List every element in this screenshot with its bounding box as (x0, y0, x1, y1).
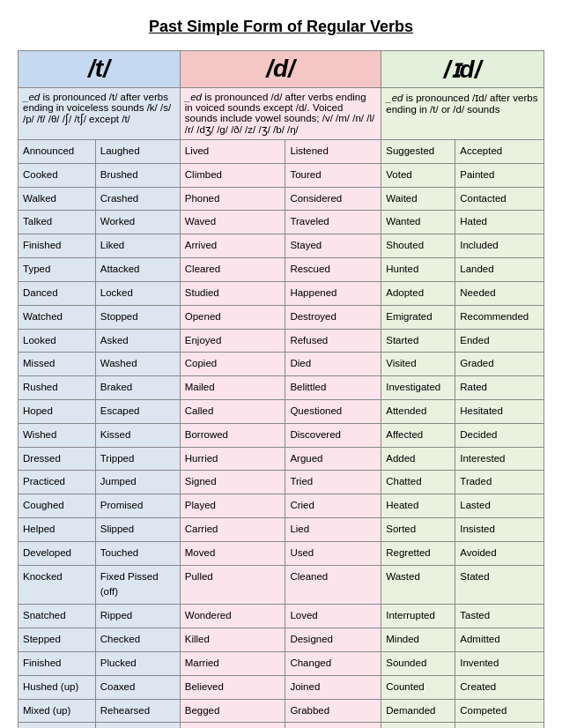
word-cell: Attacked (95, 258, 180, 282)
word-cell: Rehearsed (95, 699, 180, 723)
word-cell: Carried (180, 518, 285, 542)
word-cell: Sorted (381, 518, 455, 542)
word-cell: Belittled (285, 376, 381, 400)
word-cell: Jumped (95, 471, 180, 494)
word-cell: Used (285, 541, 381, 565)
header-d: /d/ (180, 51, 381, 88)
word-cell: Suggested (381, 140, 455, 164)
word-cell: Liked (95, 234, 180, 258)
word-cell: Laughed (95, 140, 180, 164)
word-cell: Slipped (95, 518, 180, 542)
word-cell: Rescued (285, 258, 381, 282)
word-cell: Mixed (up) (18, 699, 96, 723)
word-cell: Recommended (455, 305, 544, 329)
word-cell: Missed (18, 353, 96, 376)
word-cell: Started (381, 329, 455, 353)
word-cell: Plucked (95, 651, 180, 675)
word-cell: Destroyed (285, 305, 381, 329)
word-cell: Needed (455, 281, 544, 305)
word-cell: Died (285, 353, 381, 376)
word-cell: Finished (18, 651, 96, 675)
word-cell: Touched (95, 541, 180, 565)
word-cell: Washed (95, 353, 180, 376)
desc-t: _ed is pronounced /t/ after verbs ending… (18, 88, 181, 140)
word-cell: Hesitated (455, 399, 544, 423)
word-cell: Fixed Pissed (off) (95, 565, 180, 605)
word-cell: Killed (180, 628, 285, 652)
word-cell: Argued (285, 447, 381, 471)
word-cell: Tasted (455, 605, 544, 628)
word-cell: Knocked (18, 565, 96, 605)
word-cell: Announced (18, 140, 96, 164)
word-cell: Visited (381, 353, 455, 376)
word-cell: Shouted (381, 234, 455, 258)
word-cell: Hoped (18, 399, 96, 423)
desc-d: _ed is pronounced /d/ after verbs ending… (180, 88, 381, 140)
word-cell: Loved (285, 605, 381, 628)
word-cell: Studied (180, 281, 285, 305)
word-cell: Copied (180, 353, 285, 376)
word-cell: Added (381, 447, 455, 471)
word-cell: Cried (285, 494, 381, 518)
word-cell: Believed (180, 675, 285, 699)
word-cell: Questioned (285, 399, 381, 423)
word-cell: Kissed (95, 423, 180, 447)
word-cell: Tripped (95, 447, 180, 471)
word-cell: Adopted (381, 281, 455, 305)
word-cell: Avoided (455, 541, 544, 565)
word-cell: Strutted (381, 723, 455, 728)
word-cell: Called (180, 399, 285, 423)
word-cell: Hated (455, 211, 544, 234)
word-cell: Snatched (18, 605, 96, 628)
word-cell: Created (455, 675, 544, 699)
word-cell: Painted (455, 163, 544, 187)
word-cell: Competed (455, 699, 544, 723)
main-table: /t//d//ɪd/ _ed is pronounced /t/ after v… (18, 50, 544, 728)
word-cell: Ripped (95, 605, 180, 628)
word-cell: Practiced (18, 471, 96, 494)
word-cell: Joined (285, 675, 381, 699)
word-cell: Landed (455, 258, 544, 282)
word-cell: Invented (455, 651, 544, 675)
word-cell: Considered (285, 187, 381, 211)
word-cell: Coaxed (95, 675, 180, 699)
word-cell: Borrowed (180, 423, 285, 447)
word-cell: Braked (95, 376, 180, 400)
word-cell: Dressed (18, 447, 96, 471)
word-cell: Included (455, 234, 544, 258)
word-cell: Accepted (455, 140, 544, 164)
word-cell: Enjoyed (180, 329, 285, 353)
word-cell: Stayed (285, 234, 381, 258)
word-cell: Played (180, 494, 285, 518)
word-cell: Demanded (381, 699, 455, 723)
word-cell: Decided (455, 423, 544, 447)
word-cell: Phoned (180, 187, 285, 211)
word-cell: Hushed (up) (18, 675, 96, 699)
word-cell: Attended (381, 399, 455, 423)
word-cell: Typed (18, 258, 96, 282)
word-cell: Looked (18, 329, 96, 353)
header-t: /t/ (18, 51, 181, 88)
word-cell: Chatted (381, 471, 455, 494)
word-cell: Moved (180, 541, 285, 565)
word-cell: Heated (381, 494, 455, 518)
word-cell: Helped (18, 518, 96, 542)
word-cell: Talked (18, 211, 96, 234)
word-cell: Cooked (18, 163, 96, 187)
word-cell: Voted (381, 163, 455, 187)
word-cell: Contacted (455, 187, 544, 211)
word-cell: Worked (95, 211, 180, 234)
word-cell: Happened (285, 281, 381, 305)
word-cell: Escaped (95, 399, 180, 423)
word-cell: Interrupted (381, 605, 455, 628)
header-id: /ɪd/ (381, 51, 544, 88)
word-cell: Rushed (18, 376, 96, 400)
word-cell: Hunted (381, 258, 455, 282)
word-cell: Coughed (18, 494, 96, 518)
word-cell: Lied (285, 518, 381, 542)
word-cell: Rated (455, 376, 544, 400)
word-cell: Lived (180, 140, 285, 164)
word-cell: Interested (455, 447, 544, 471)
word-cell: Opened (180, 305, 285, 329)
word-cell: Ended (455, 329, 544, 353)
